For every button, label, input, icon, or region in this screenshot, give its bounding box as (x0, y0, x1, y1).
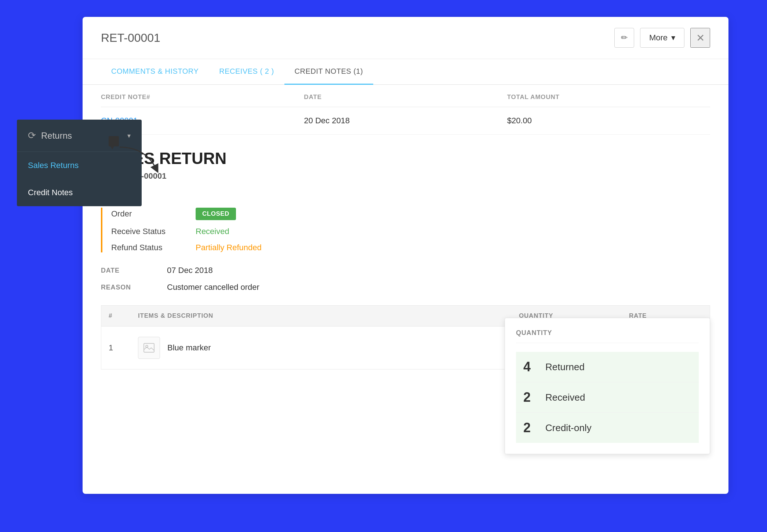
panel-title: RET-00001 (101, 31, 160, 45)
order-label: Order (111, 209, 185, 219)
status-row-order: Order CLOSED (111, 208, 710, 220)
quantity-popup-header: QUANTITY (516, 329, 699, 343)
item-name: Blue marker (167, 343, 211, 353)
tab-comments-history[interactable]: COMMENTS & HISTORY (101, 59, 209, 85)
chevron-down-icon: ▾ (671, 33, 675, 43)
more-button[interactable]: More ▾ (640, 28, 684, 48)
order-status-badge: CLOSED (196, 208, 236, 220)
sales-return-title: SALES RETURN (101, 149, 710, 168)
date-value: 07 Dec 2018 (167, 266, 213, 275)
quantity-row-returned: 4 Returned (516, 352, 699, 382)
tab-receives[interactable]: RECEIVES ( 2 ) (209, 59, 284, 85)
more-label: More (649, 33, 668, 43)
header-actions: ✏ More ▾ ✕ (614, 28, 710, 48)
table-row: CN-00001 20 Dec 2018 $20.00 (101, 107, 710, 135)
chevron-down-icon: ▾ (127, 132, 131, 140)
items-col-number: # (109, 312, 138, 320)
meta-reason-row: REASON Customer cancelled order (101, 283, 710, 292)
credit-only-label: Credit-only (545, 422, 592, 434)
col-total-amount: TOTAL AMOUNT (507, 94, 710, 101)
credit-notes-table-section: CREDIT NOTE# DATE TOTAL AMOUNT CN-00001 … (83, 85, 728, 135)
edit-icon: ✏ (621, 33, 628, 43)
status-row-refund: Refund Status Partially Refunded (111, 243, 710, 252)
refund-status-label: Refund Status (111, 243, 185, 252)
items-col-desc: ITEMS & DESCRIPTION (138, 312, 519, 320)
tabs: COMMENTS & HISTORY RECEIVES ( 2 ) CREDIT… (83, 59, 728, 85)
returned-label: Returned (545, 361, 585, 373)
tab-credit-notes[interactable]: CREDIT NOTES (1) (284, 59, 374, 85)
item-number: 1 (109, 343, 138, 353)
close-button[interactable]: ✕ (690, 28, 710, 48)
rma-number: RMA# RET-00001 (101, 171, 710, 181)
status-row-receive: Receive Status Received (111, 227, 710, 236)
sidebar-item-sales-returns[interactable]: Sales Returns (17, 152, 142, 179)
close-icon: ✕ (696, 32, 705, 44)
received-label: Received (545, 392, 585, 403)
item-image (138, 337, 160, 359)
refund-status-value: Partially Refunded (196, 243, 262, 252)
credit-table-header: CREDIT NOTE# DATE TOTAL AMOUNT (101, 85, 710, 107)
item-description: Blue marker (138, 337, 519, 359)
credit-note-amount: $20.00 (507, 116, 710, 125)
sidebar-header-left: ⟳ Returns (28, 130, 72, 141)
col-credit-note: CREDIT NOTE# (101, 94, 304, 101)
status-header: STATUS (101, 194, 710, 202)
quantity-items: 4 Returned 2 Received 2 Credit-only (516, 352, 699, 443)
quantity-popup: QUANTITY 4 Returned 2 Received 2 Credit-… (505, 318, 710, 454)
sidebar: ⟳ Returns ▾ Sales Returns Credit Notes (17, 120, 142, 206)
quantity-row-credit-only: 2 Credit-only (516, 413, 699, 443)
main-panel: RET-00001 ✏ More ▾ ✕ COMMENTS & HISTORY (83, 17, 728, 494)
panel-header: RET-00001 ✏ More ▾ ✕ (83, 17, 728, 59)
edit-button[interactable]: ✏ (614, 28, 634, 48)
receive-status-value: Received (196, 227, 229, 236)
returned-count: 4 (516, 359, 538, 375)
status-items: Order CLOSED Receive Status Received Ref… (101, 208, 710, 252)
credit-only-count: 2 (516, 420, 538, 436)
received-count: 2 (516, 390, 538, 405)
reason-value: Customer cancelled order (167, 283, 259, 292)
sidebar-item-credit-notes[interactable]: Credit Notes (17, 179, 142, 206)
svg-rect-0 (144, 343, 154, 352)
reason-label: REASON (101, 283, 152, 291)
status-section: STATUS Order CLOSED Receive Status Recei… (101, 194, 710, 252)
meta-date-row: DATE 07 Dec 2018 (101, 266, 710, 275)
quantity-row-received: 2 Received (516, 382, 699, 413)
receive-status-label: Receive Status (111, 227, 185, 236)
date-label: DATE (101, 266, 152, 274)
meta-section: DATE 07 Dec 2018 REASON Customer cancell… (101, 266, 710, 292)
sidebar-header: ⟳ Returns ▾ (17, 120, 142, 152)
returns-icon: ⟳ (28, 130, 36, 141)
sidebar-title: Returns (41, 131, 72, 141)
credit-note-date: 20 Dec 2018 (304, 116, 507, 125)
col-date: DATE (304, 94, 507, 101)
